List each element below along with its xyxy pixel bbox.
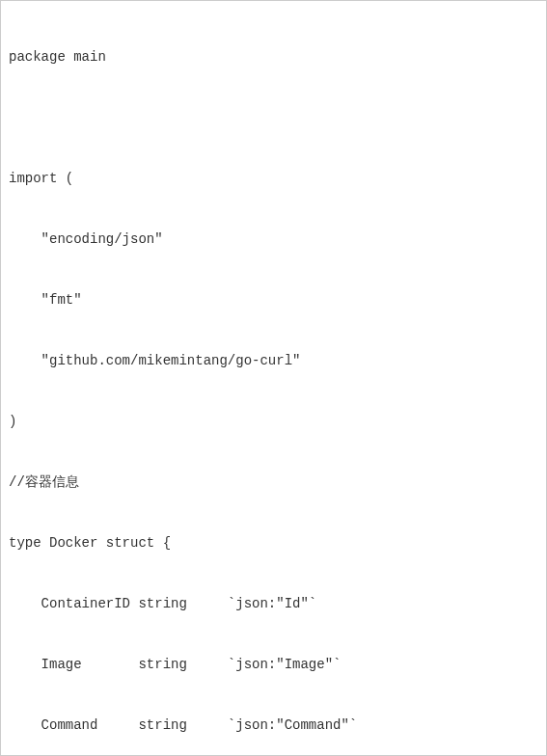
code-line: "fmt"	[9, 290, 538, 310]
code-line: "encoding/json"	[9, 230, 538, 250]
code-line: )	[9, 412, 538, 432]
code-line: package main	[9, 47, 538, 68]
code-editor[interactable]: package main import ( "encoding/json" "f…	[0, 0, 547, 756]
code-line: import (	[9, 169, 538, 189]
code-line: //容器信息	[9, 472, 538, 493]
code-line: type Docker struct {	[9, 533, 538, 554]
code-line: Image string `json:"Image"`	[9, 655, 538, 675]
code-line	[9, 108, 538, 128]
code-line: Command string `json:"Command"`	[9, 716, 538, 736]
code-line: ContainerID string `json:"Id"`	[9, 594, 538, 614]
code-line: "github.com/mikemintang/go-curl"	[9, 351, 538, 371]
